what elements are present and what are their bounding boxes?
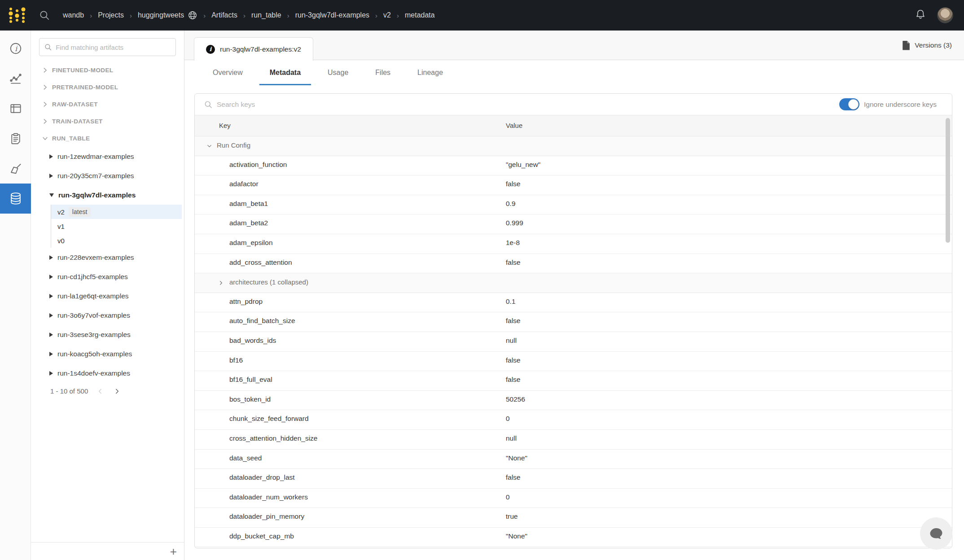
column-header-value: Value (506, 122, 522, 129)
metadata-table-header: Key Value (195, 115, 952, 136)
sidebar-category-run_table[interactable]: RUN_TABLE (31, 130, 184, 147)
column-header-key: Key (219, 122, 231, 129)
wandb-logo[interactable] (7, 6, 27, 24)
category-label: PRETRAINED-MODEL (52, 84, 118, 91)
info-icon[interactable]: i (0, 33, 31, 63)
metadata-search-row: Ignore underscore keys (195, 94, 952, 115)
metadata-search-input[interactable] (217, 101, 531, 109)
metadata-table-body: Run Configactivation_function"gelu_new"a… (195, 136, 952, 547)
chevron-right-icon[interactable] (218, 280, 224, 286)
metadata-value: "None" (506, 532, 527, 540)
metadata-value: 0.1 (506, 298, 516, 306)
tab-lineage[interactable]: Lineage (416, 60, 444, 85)
ignore-underscore-toggle[interactable] (839, 98, 859, 110)
breadcrumb: wandb›Projects›huggingtweets ›Artifacts›… (63, 10, 435, 20)
version-label: v2 (57, 208, 65, 216)
triangle-right-icon (49, 255, 53, 260)
pagination-prev-icon[interactable] (97, 388, 104, 395)
global-search-icon[interactable] (39, 9, 50, 21)
sidebar-category-finetuned-model[interactable]: FINETUNED-MODEL (31, 61, 184, 79)
breadcrumb-item[interactable]: v2 (383, 11, 391, 19)
artifact-header-strip: i run-3gqlw7dl-examples:v2 Versions (3) (184, 31, 964, 60)
breadcrumb-item[interactable]: huggingtweets (138, 11, 184, 19)
breadcrumb-item[interactable]: Artifacts (211, 11, 237, 19)
database-icon[interactable] (0, 184, 31, 214)
metadata-key: adafactor (229, 180, 259, 188)
metadata-row: ddp_bucket_cap_mb"None" (195, 528, 952, 547)
artifact-search-input[interactable] (56, 44, 171, 51)
tab-files[interactable]: Files (374, 60, 391, 85)
sidebar-run-item[interactable]: run-3sese3rg-examples (31, 325, 184, 344)
sidebar-category-raw-dataset[interactable]: RAW-DATASET (31, 96, 184, 113)
info-filled-icon: i (206, 45, 215, 54)
clipboard-icon[interactable] (0, 123, 31, 153)
breadcrumb-separator: › (90, 12, 92, 19)
tab-metadata[interactable]: Metadata (269, 60, 302, 85)
sidebar-run-item[interactable]: run-cd1jhcf5-examples (31, 267, 184, 286)
chevron-down-icon[interactable] (206, 143, 213, 149)
artifact-version-tab[interactable]: i run-3gqlw7dl-examples:v2 (194, 37, 313, 61)
metadata-row: bad_words_idsnull (195, 332, 952, 352)
svg-text:i: i (14, 44, 18, 52)
sidebar-run-item[interactable]: run-1s4doefv-examples (31, 363, 184, 383)
pagination-next-icon[interactable] (113, 388, 120, 395)
metadata-value: 0.999 (506, 219, 523, 227)
active-tab-underline (259, 84, 311, 85)
triangle-right-icon (49, 371, 53, 376)
metadata-key: adam_epsilon (229, 239, 273, 247)
metadata-row: add_cross_attentionfalse (195, 254, 952, 274)
ignore-underscore-label: Ignore underscore keys (864, 101, 937, 109)
metadata-key: bad_words_ids (229, 337, 276, 345)
breadcrumb-separator: › (287, 12, 289, 19)
tab-label: Usage (328, 69, 348, 77)
run-label: run-3o6y7vof-examples (57, 311, 130, 319)
add-artifact-button[interactable]: + (170, 546, 177, 557)
help-chat-button[interactable] (920, 517, 952, 550)
run-label: run-20y35cm7-examples (57, 172, 134, 180)
vertical-scrollbar[interactable] (946, 118, 950, 243)
sidebar-run-item[interactable]: run-la1ge6qt-examples (31, 286, 184, 306)
sidebar-run-item[interactable]: run-koacg5oh-examples (31, 344, 184, 363)
breadcrumb-item[interactable]: wandb (63, 11, 84, 19)
breadcrumb-item[interactable]: Projects (98, 11, 124, 19)
sidebar-run-item[interactable]: run-3o6y7vof-examples (31, 306, 184, 325)
breadcrumb-separator: › (130, 12, 132, 19)
artifact-search-box[interactable] (39, 38, 176, 56)
metadata-group-row: architectures (1 collapsed) (195, 273, 952, 293)
breadcrumb-item[interactable]: run_table (251, 11, 281, 19)
triangle-right-icon (49, 313, 53, 318)
broom-icon[interactable] (0, 153, 31, 184)
metadata-key: adam_beta2 (229, 219, 268, 227)
sidebar-category-train-dataset[interactable]: TRAIN-DATASET (31, 113, 184, 130)
breadcrumb-item[interactable]: metadata (405, 11, 435, 19)
metadata-value: false (506, 258, 521, 267)
sidebar-run-item[interactable]: run-3gqlw7dl-examples (31, 185, 184, 205)
group-label: Run Config (217, 141, 250, 149)
sidebar-footer: + (31, 542, 184, 560)
tab-label: Lineage (417, 69, 443, 77)
metadata-key: bf16 (229, 356, 243, 364)
main-content: i run-3gqlw7dl-examples:v2 Versions (3) … (184, 31, 964, 560)
file-icon (902, 40, 911, 50)
user-avatar[interactable] (937, 7, 953, 23)
sidebar-run-item[interactable]: run-20y35cm7-examples (31, 166, 184, 185)
line-chart-icon[interactable] (0, 63, 31, 93)
notifications-bell-icon[interactable] (915, 9, 926, 22)
version-item-v2[interactable]: v2latest (51, 205, 182, 219)
breadcrumb-item[interactable]: run-3gqlw7dl-examples (295, 11, 369, 19)
tab-usage[interactable]: Usage (327, 60, 349, 85)
metadata-key: ddp_bucket_cap_mb (229, 532, 294, 540)
sidebar-run-item[interactable]: run-228evxem-examples (31, 248, 184, 267)
version-item-v0[interactable]: v0 (51, 233, 182, 248)
versions-button[interactable]: Versions (3) (902, 31, 952, 60)
category-label: RUN_TABLE (52, 135, 90, 142)
search-icon (204, 100, 213, 109)
version-item-v1[interactable]: v1 (51, 219, 182, 233)
category-label: FINETUNED-MODEL (52, 67, 114, 74)
sidebar-category-pretrained-model[interactable]: PRETRAINED-MODEL (31, 79, 184, 96)
tab-overview[interactable]: Overview (212, 60, 244, 85)
sidebar-run-item[interactable]: run-1zewdmar-examples (31, 147, 184, 166)
panel-grid-icon[interactable] (0, 93, 31, 123)
metadata-value: 0 (506, 415, 510, 423)
metadata-row: cross_attention_hidden_sizenull (195, 430, 952, 450)
